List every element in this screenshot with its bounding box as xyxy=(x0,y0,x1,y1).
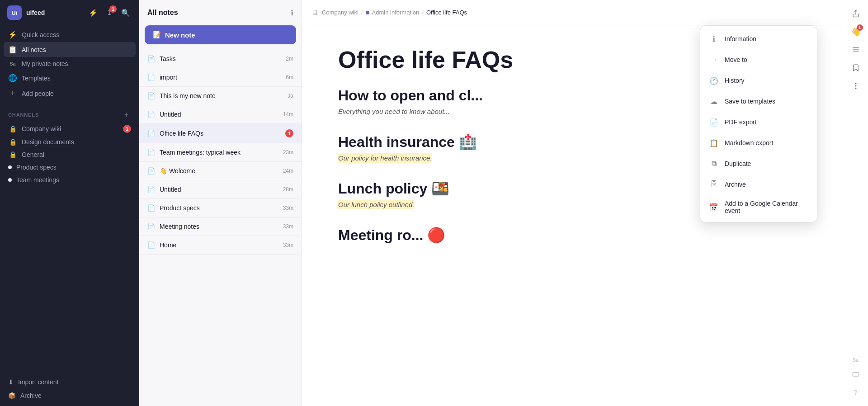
note-name: Office life FAQs xyxy=(160,130,203,137)
note-item-home[interactable]: 📄 Home 33m xyxy=(139,236,302,255)
left-sidebar: Ui uifeed ⚡ 1 1 🔍 ⚡ Quick access 📋 All n… xyxy=(0,0,139,406)
templates-icon: 🌐 xyxy=(8,74,17,82)
channel-label: General xyxy=(22,151,44,158)
notification-icon[interactable]: 1 1 xyxy=(103,6,116,19)
dropdown-item-pdf-export[interactable]: 📄 PDF export xyxy=(700,112,817,132)
note-doc-icon: 📄 xyxy=(147,241,155,249)
search-icon[interactable]: 🔍 xyxy=(119,6,132,19)
more-options-button[interactable] xyxy=(848,78,864,94)
svg-rect-6 xyxy=(853,373,859,376)
sidebar-item-team-meetings[interactable]: Team meetings xyxy=(4,174,136,186)
sidebar-nav: ⚡ Quick access 📋 All notes Sa My private… xyxy=(0,25,139,103)
right-sidebar: 👋 1 Sa ? xyxy=(843,0,868,406)
dropdown-item-history[interactable]: 🕐 History xyxy=(700,70,817,91)
main-topbar: 🖥 Company wiki / Admin information / Off… xyxy=(302,0,843,25)
note-name: Product specs xyxy=(160,204,200,212)
note-time: 33m xyxy=(283,223,293,230)
calendar-icon: 📅 xyxy=(708,202,719,212)
sidebar-item-add-people[interactable]: + Add people xyxy=(4,85,136,101)
channel-label: Design documents xyxy=(22,138,74,146)
sidebar-item-label: Add people xyxy=(22,90,54,97)
channels-list: 🔒 Company wiki 1 🔒 Design documents 🔒 Ge… xyxy=(0,122,139,186)
note-name: import xyxy=(160,74,177,81)
doc-section-meeting-rooms: Meeting ro... 🔴 xyxy=(338,227,807,244)
note-time: 2m xyxy=(286,56,293,62)
note-item-welcome[interactable]: 📄 👋 Welcome 24m xyxy=(139,162,302,180)
note-name: Untitled xyxy=(160,111,181,118)
note-time: 14m xyxy=(283,111,293,118)
channel-dot xyxy=(8,165,12,169)
note-doc-icon: 📄 xyxy=(147,111,155,118)
private-notes-icon: Sa xyxy=(8,61,17,66)
note-name: Team meetings: typical week xyxy=(160,149,241,156)
share-button[interactable] xyxy=(848,5,864,22)
archive-icon: 📦 xyxy=(8,392,16,399)
dropdown-item-markdown-export[interactable]: 📋 Markdown export xyxy=(700,132,817,153)
keyboard-shortcuts-button[interactable] xyxy=(848,366,864,382)
sidebar-item-quick-access[interactable]: ⚡ Quick access xyxy=(4,27,136,42)
note-time: 33m xyxy=(283,205,293,211)
breadcrumb-sep2: / xyxy=(422,9,424,16)
channels-section-label: CHANNELS + xyxy=(0,103,139,122)
hamburger-menu-button[interactable] xyxy=(848,42,864,58)
monitor-icon: 🖥 xyxy=(311,9,318,17)
note-item-office-life-faqs[interactable]: 📄 Office life FAQs 1 xyxy=(139,124,302,143)
dropdown-item-information[interactable]: ℹ Information xyxy=(700,28,817,49)
channel-dot xyxy=(8,178,12,182)
bolt-icon[interactable]: ⚡ xyxy=(87,6,99,19)
info-circle-icon: ℹ xyxy=(708,33,719,44)
bookmark-button[interactable] xyxy=(848,60,864,76)
note-item-untitled-1[interactable]: 📄 Untitled 14m xyxy=(139,105,302,124)
header-icons: ⚡ 1 1 🔍 xyxy=(87,6,132,19)
note-item-import[interactable]: 📄 import 6m xyxy=(139,68,302,87)
note-item-team-meetings-typical-week[interactable]: 📄 Team meetings: typical week 23m xyxy=(139,143,302,162)
note-doc-icon: 📄 xyxy=(147,55,155,62)
markdown-icon: 📋 xyxy=(708,137,719,148)
sidebar-item-product-specs[interactable]: Product specs xyxy=(4,161,136,174)
channel-label: Product specs xyxy=(16,164,57,171)
main-content: 🖥 Company wiki / Admin information / Off… xyxy=(302,0,843,406)
notification-badge: 1 xyxy=(109,5,117,13)
sidebar-item-label: All notes xyxy=(22,46,46,53)
new-note-button[interactable]: 📝 New note xyxy=(145,25,296,44)
sidebar-item-company-wiki[interactable]: 🔒 Company wiki 1 xyxy=(4,122,136,136)
note-item-product-specs[interactable]: 📄 Product specs 33m xyxy=(139,199,302,217)
all-notes-icon: 📋 xyxy=(8,45,17,54)
breadcrumb-section: Admin information xyxy=(372,9,420,16)
avatar[interactable]: Ui xyxy=(7,5,22,20)
reaction-button[interactable]: 👋 1 xyxy=(848,24,864,40)
dropdown-item-duplicate[interactable]: ⧉ Duplicate xyxy=(700,153,817,174)
notes-items-list: 📄 Tasks 2m 📄 import 6m 📄 This is my new … xyxy=(139,50,302,255)
dropdown-item-move-to[interactable]: → Move to xyxy=(700,49,817,70)
note-item-untitled-2[interactable]: 📄 Untitled 28m xyxy=(139,180,302,199)
sidebar-item-templates[interactable]: 🌐 Templates xyxy=(4,71,136,85)
sidebar-item-import-content[interactable]: ⬇ Import content xyxy=(4,375,136,389)
info-icon[interactable]: ℹ xyxy=(291,9,293,17)
note-item-meeting-notes[interactable]: 📄 Meeting notes 33m xyxy=(139,217,302,236)
sidebar-item-archive[interactable]: 📦 Archive xyxy=(4,389,136,402)
sidebar-item-my-private-notes[interactable]: Sa My private notes xyxy=(4,57,136,71)
doc-heading: Meeting ro... 🔴 xyxy=(338,227,807,244)
add-people-icon: + xyxy=(8,89,17,98)
svg-point-5 xyxy=(855,88,856,89)
svg-point-3 xyxy=(855,83,856,84)
note-doc-icon: 📄 xyxy=(147,149,155,156)
breadcrumb-sep1: / xyxy=(361,9,363,16)
note-item-tasks[interactable]: 📄 Tasks 2m xyxy=(139,50,302,68)
dropdown-item-archive[interactable]: 🗄 Archive xyxy=(700,174,817,195)
dropdown-item-add-to-calendar[interactable]: 📅 Add to a Google Calendar event xyxy=(700,195,817,219)
dropdown-item-save-to-templates[interactable]: ☁ Save to templates xyxy=(700,91,817,112)
note-name: 👋 Welcome xyxy=(160,167,195,175)
note-doc-icon: 📄 xyxy=(147,204,155,212)
note-item-this-is-my-new-note[interactable]: 📄 This is my new note Ja xyxy=(139,87,302,105)
add-channel-button[interactable]: + xyxy=(122,110,131,119)
notes-list-title: All notes xyxy=(147,9,178,17)
note-name: Home xyxy=(160,241,176,249)
sidebar-item-general[interactable]: 🔒 General xyxy=(4,148,136,161)
user-initials-button[interactable]: Sa xyxy=(851,355,860,364)
sidebar-item-label: Templates xyxy=(22,75,51,82)
sidebar-item-all-notes[interactable]: 📋 All notes xyxy=(4,42,136,57)
help-button[interactable]: ? xyxy=(848,384,864,401)
note-badge: 1 xyxy=(285,129,293,137)
sidebar-item-design-documents[interactable]: 🔒 Design documents xyxy=(4,136,136,148)
